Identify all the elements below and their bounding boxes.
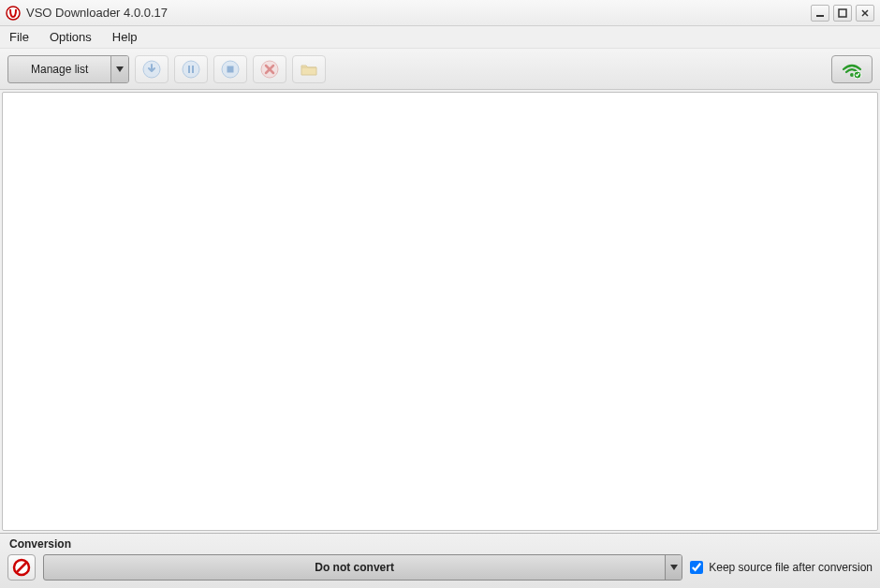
pause-icon [182,60,200,79]
keep-source-label: Keep source file after conversion [709,561,873,574]
svg-rect-11 [227,66,234,72]
delete-icon [260,60,279,79]
window-title: VSO Downloader 4.0.0.17 [26,6,168,20]
conversion-format-combo[interactable]: Do not convert [43,554,682,581]
delete-button[interactable] [253,55,286,83]
wifi-icon [841,60,863,79]
toolbar: Manage list [0,49,880,90]
titlebar: VSO Downloader 4.0.0.17 [0,0,880,26]
download-icon [142,60,161,79]
conversion-panel: Conversion Do not convert Keep source fi… [0,533,880,588]
download-list-area[interactable] [2,92,878,531]
keep-source-checkbox-wrap[interactable]: Keep source file after conversion [690,561,873,574]
pause-button[interactable] [174,55,208,83]
no-convert-button[interactable] [7,554,36,581]
svg-point-7 [183,61,199,78]
prohibit-icon [12,558,31,577]
menubar: File Options Help [0,26,880,49]
menu-options[interactable]: Options [46,28,95,46]
app-icon [6,6,21,21]
svg-rect-8 [188,66,190,73]
manage-list-button[interactable]: Manage list [7,55,129,83]
svg-point-15 [850,73,854,77]
folder-icon [300,60,318,79]
stop-icon [221,60,240,79]
manage-list-dropdown[interactable] [111,56,128,82]
manage-list-label: Manage list [8,56,111,82]
svg-rect-9 [192,66,194,73]
conversion-format-dropdown[interactable] [665,555,682,580]
conversion-format-label: Do not convert [44,555,665,580]
close-button[interactable] [856,5,874,22]
stop-button[interactable] [213,55,247,83]
svg-marker-5 [116,66,124,72]
svg-rect-2 [839,9,846,17]
svg-marker-19 [670,565,678,570]
open-folder-button[interactable] [292,55,326,83]
download-button[interactable] [135,55,169,83]
menu-help[interactable]: Help [109,28,141,46]
network-status-button[interactable] [831,55,873,83]
minimize-button[interactable] [811,5,829,22]
maximize-button[interactable] [833,5,852,22]
menu-file[interactable]: File [6,28,33,46]
conversion-section-label: Conversion [7,536,873,554]
keep-source-checkbox[interactable] [690,561,703,574]
